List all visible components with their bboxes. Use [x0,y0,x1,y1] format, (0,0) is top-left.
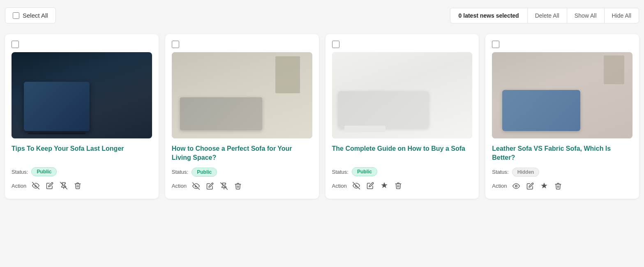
action-label: Action [12,183,26,189]
hide-icon[interactable] [31,181,40,190]
card-checkbox-row [172,41,312,48]
card-action-row-2: Action [172,182,312,191]
hide-all-button[interactable]: Hide All [605,8,639,23]
status-badge-1: Public [31,167,57,176]
delete-icon[interactable] [554,182,563,191]
status-label: Status: [172,169,188,175]
delete-icon[interactable] [233,182,242,191]
show-icon[interactable] [512,182,521,191]
card-action-row-3: Action [332,181,473,190]
status-badge-3: Public [352,167,377,176]
top-bar: Select All 0 latest news selected Delete… [5,5,639,26]
card-1: Tips To Keep Your Sofa Last Longer Statu… [5,34,159,199]
card-title-2: How to Choose a Perfect Sofa for Your Li… [172,144,312,163]
hide-icon[interactable] [192,182,201,191]
card-title-3: The Complete Guide on How to Buy a Sofa [332,144,473,162]
card-title-1: Tips To Keep Your Sofa Last Longer [12,144,152,162]
show-all-button[interactable]: Show All [567,8,605,23]
status-label: Status: [332,169,349,175]
card-checkbox-row [332,41,473,48]
card-4: Leather Sofa VS Fabric Sofa, Which Is Be… [485,34,639,199]
pin-icon[interactable] [380,181,389,190]
hide-icon[interactable] [352,181,361,190]
pin-icon[interactable] [540,182,549,191]
select-all-wrapper: Select All [5,7,56,23]
delete-all-button[interactable]: Delete All [528,8,567,23]
card-image-3 [332,52,473,138]
card-checkbox-2[interactable] [172,41,179,48]
card-status-row-2: Status: Public [172,168,312,177]
card-checkbox-row [492,41,632,48]
card-checkbox-row [12,41,152,48]
select-all-checkbox[interactable] [13,12,19,19]
delete-icon[interactable] [394,181,403,190]
card-image-4 [492,52,632,138]
unpin-icon[interactable] [59,181,68,190]
card-checkbox-4[interactable] [492,41,499,48]
edit-icon[interactable] [45,181,54,190]
status-label: Status: [492,169,508,175]
card-action-row-4: Action [492,182,632,191]
card-status-row-3: Status: Public [332,167,473,176]
delete-icon[interactable] [73,181,82,190]
status-badge-4: Hidden [512,168,540,177]
card-action-row-1: Action [12,181,152,190]
unpin-icon[interactable] [219,182,229,191]
card-status-row-4: Status: Hidden [492,168,632,177]
card-3: The Complete Guide on How to Buy a Sofa … [325,34,479,199]
cards-grid: Tips To Keep Your Sofa Last Longer Statu… [5,34,639,199]
card-2: How to Choose a Perfect Sofa for Your Li… [165,34,319,199]
card-title-4: Leather Sofa VS Fabric Sofa, Which Is Be… [492,144,632,163]
edit-icon[interactable] [526,182,535,191]
card-image-1 [12,52,152,138]
card-checkbox-3[interactable] [332,41,339,48]
news-selected-count: 0 latest news selected [450,8,528,23]
card-checkbox-1[interactable] [12,41,19,48]
card-image-2 [172,52,312,138]
edit-icon[interactable] [205,182,215,191]
top-right-actions: 0 latest news selected Delete All Show A… [450,8,639,23]
card-status-row-1: Status: Public [12,167,152,176]
select-all-label: Select All [23,12,48,19]
action-label: Action [172,183,187,189]
action-label: Action [492,183,507,189]
status-label: Status: [12,169,28,175]
svg-point-7 [515,185,517,187]
edit-icon[interactable] [366,181,375,190]
status-badge-2: Public [192,168,217,177]
action-label: Action [332,183,347,189]
